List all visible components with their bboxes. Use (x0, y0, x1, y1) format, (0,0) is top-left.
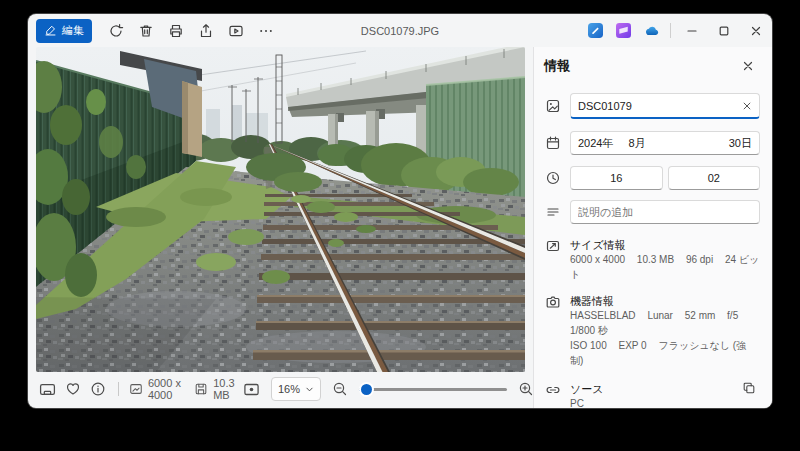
source-section: ソース PC (544, 382, 760, 408)
favorite-button[interactable] (63, 377, 82, 401)
source-title: ソース (570, 382, 604, 396)
print-button[interactable] (162, 18, 190, 43)
delete-button[interactable] (132, 18, 160, 43)
clock-icon (544, 170, 561, 186)
calendar-icon (544, 135, 561, 151)
share-button[interactable] (192, 18, 220, 43)
device-info-section: 機器情報 HASSELBLAD Lunar 52 mm f/5 1/800 秒 … (544, 294, 760, 368)
description-field[interactable] (570, 200, 760, 224)
dimensions-value: 6000 x 4000 (148, 377, 188, 401)
camera-model: Lunar (647, 310, 673, 321)
time-hour: 16 (610, 172, 622, 184)
date-month: 8月 (628, 136, 645, 151)
zoom-level-dropdown[interactable]: 16% (271, 377, 321, 401)
toolbar-left: 編集 (36, 18, 280, 43)
maximize-button[interactable] (708, 14, 740, 47)
zoom-to-fit-button[interactable] (239, 377, 265, 401)
slideshow-button[interactable] (222, 18, 250, 43)
title-bar: 編集 DSC01079.JPG (28, 14, 772, 47)
toolbar-right (581, 14, 772, 47)
image-viewer: 6000 x 4000 10.3 MB 16% (28, 47, 533, 408)
minimize-button[interactable] (676, 14, 708, 47)
device-info-line1: HASSELBLAD Lunar 52 mm f/5 1/800 秒 (570, 308, 760, 338)
edit-button[interactable]: 編集 (36, 19, 92, 43)
size-info-details: 6000 x 4000 10.3 MB 96 dpi 24 ビット (570, 252, 760, 282)
size-dimensions: 6000 x 4000 (570, 254, 625, 265)
size-dpi: 96 dpi (686, 254, 713, 265)
size-info-section: サイズ情報 6000 x 4000 10.3 MB 96 dpi 24 ビット (544, 238, 760, 282)
zoom-slider-thumb[interactable] (361, 384, 372, 395)
shutter-speed: 1/800 秒 (570, 325, 608, 336)
camera-icon (544, 294, 561, 310)
rotate-button[interactable] (102, 18, 130, 43)
device-info-title: 機器情報 (570, 294, 760, 308)
zoom-slider[interactable] (359, 379, 507, 399)
device-info-line2: ISO 100 EXP 0 フラッシュなし (強制) (570, 338, 760, 368)
filesize-value: 10.3 MB (213, 377, 239, 401)
zoom-out-button[interactable] (327, 377, 353, 401)
zoom-level-value: 16% (278, 383, 300, 395)
filename-image-icon (544, 98, 561, 114)
photos-edit-app-icon[interactable] (581, 18, 609, 43)
photo-railway-tracks[interactable] (36, 47, 525, 372)
source-value: PC (570, 398, 584, 408)
focal-length: 52 mm (685, 310, 716, 321)
camera-make: HASSELBLAD (570, 310, 636, 321)
description-input[interactable] (578, 206, 752, 218)
source-link-icon (544, 382, 561, 398)
onedrive-cloud-icon[interactable] (637, 18, 665, 43)
dimensions-icon (129, 382, 143, 396)
filesize-icon (194, 382, 208, 396)
size-info-icon (544, 238, 561, 254)
time-minute: 02 (708, 172, 720, 184)
info-panel-close-button[interactable] (736, 55, 760, 77)
copy-path-button[interactable] (736, 376, 762, 400)
date-day: 30日 (729, 136, 752, 151)
description-icon (544, 204, 561, 220)
edit-icon (44, 24, 57, 37)
aperture: f/5 (727, 310, 738, 321)
iso-value: ISO 100 (570, 340, 607, 351)
photos-app-window: 編集 DSC01079.JPG (28, 14, 772, 408)
filmstrip-toggle-button[interactable] (38, 377, 57, 401)
chevron-down-icon (305, 385, 314, 394)
date-year: 2024年 (578, 136, 613, 151)
gallery-app-icon[interactable] (609, 18, 637, 43)
toolbar-divider (118, 382, 119, 396)
time-hour-field[interactable]: 16 (570, 166, 663, 190)
clear-filename-button[interactable] (742, 101, 752, 111)
file-info-button[interactable] (89, 377, 108, 401)
filename-field[interactable] (570, 93, 760, 119)
dimensions-metric: 6000 x 4000 (129, 377, 188, 401)
info-panel-title: 情報 (544, 57, 570, 75)
exposure-value: EXP 0 (618, 340, 646, 351)
size-filesize: 10.3 MB (637, 254, 674, 265)
filesize-metric: 10.3 MB (194, 377, 239, 401)
close-button[interactable] (740, 14, 772, 47)
titlebar-separator (670, 23, 671, 38)
edit-button-label: 編集 (62, 23, 84, 38)
filename-input[interactable] (578, 100, 742, 112)
time-minute-field[interactable]: 02 (668, 166, 761, 190)
size-info-title: サイズ情報 (570, 238, 760, 252)
viewer-toolbar: 6000 x 4000 10.3 MB 16% (28, 372, 533, 408)
date-field[interactable]: 2024年 8月 30日 (570, 131, 760, 155)
info-panel: 情報 (533, 47, 772, 408)
more-options-button[interactable] (252, 18, 280, 43)
